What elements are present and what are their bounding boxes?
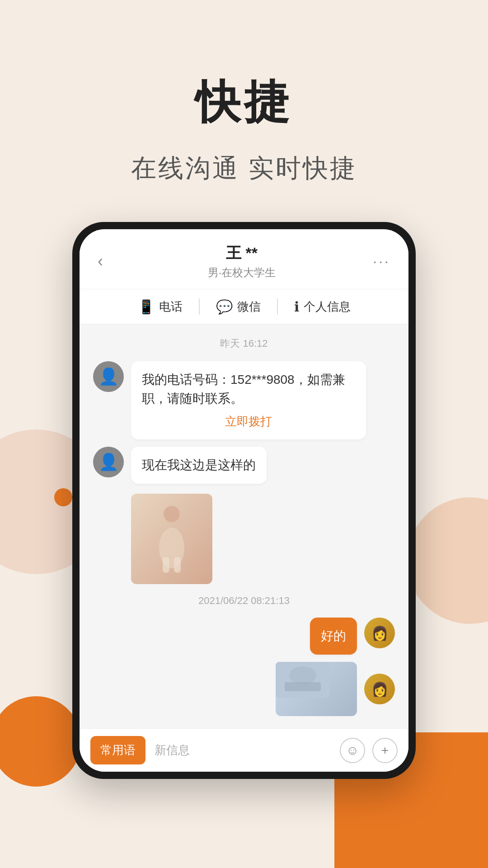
contact-name: 王 ** (120, 243, 363, 264)
main-title: 快捷 (131, 72, 357, 133)
my-avatar-icon-2: 👩 (371, 681, 388, 697)
svg-point-5 (289, 666, 316, 684)
back-icon[interactable]: ‹ (98, 252, 120, 271)
timestamp-1: 昨天 16:12 (93, 337, 395, 350)
avatar-icon-1: 👤 (99, 367, 119, 386)
message-text-1: 我的电话号码：152***9808，如需兼职，请随时联系。 (142, 373, 345, 406)
my-avatar-1: 👩 (364, 618, 395, 648)
more-icon[interactable]: ··· (363, 253, 390, 270)
phone-mockup: ‹ 王 ** 男·在校大学生 ··· 📱 电话 💬 (72, 222, 416, 779)
message-image-1 (131, 494, 212, 584)
avatar-icon-2: 👤 (99, 453, 119, 472)
message-image-2 (276, 662, 357, 716)
sender-avatar-1: 👤 (93, 361, 124, 392)
contact-desc: 男·在校大学生 (120, 265, 363, 280)
action-profile-label: 个人信息 (304, 299, 351, 315)
preview-svg (276, 662, 330, 698)
svg-rect-2 (163, 557, 169, 573)
person-svg (149, 503, 194, 575)
action-profile[interactable]: ℹ 个人信息 (278, 299, 367, 315)
action-wechat[interactable]: 💬 微信 (200, 299, 277, 315)
subtitle: 在线沟通 实时快捷 (131, 151, 357, 186)
info-icon: ℹ (294, 299, 299, 315)
input-icons: ☺ + (340, 738, 398, 763)
new-message-input[interactable]: 新信息 (155, 742, 331, 758)
message-row-1: 👤 我的电话号码：152***9808，如需兼职，请随时联系。 立即拨打 (93, 361, 395, 439)
message-row-2: 👤 现在我这边是这样的 (93, 447, 395, 584)
phone-icon: 📱 (138, 299, 155, 315)
timestamp-2: 2021/06/22 08:21:13 (93, 595, 395, 607)
messages-area: 昨天 16:12 👤 我的电话号码：152***9808，如需兼职，请随时联系。… (80, 324, 408, 728)
message-bubble-3: 好的 (310, 618, 357, 655)
message-bubble-2: 现在我这边是这样的 (131, 447, 267, 484)
hero-section: 快捷 在线沟通 实时快捷 (131, 72, 357, 186)
message-text-2: 现在我这边是这样的 (142, 458, 256, 472)
action-wechat-label: 微信 (237, 299, 261, 315)
add-button[interactable]: + (372, 738, 398, 763)
svg-rect-3 (174, 557, 181, 573)
emoji-button[interactable]: ☺ (340, 738, 365, 763)
message-row-4: 👩 (93, 662, 395, 716)
chat-input-bar: 常用语 新信息 ☺ + (80, 728, 408, 772)
message-bubble-1: 我的电话号码：152***9808，如需兼职，请随时联系。 立即拨打 (131, 361, 366, 439)
svg-rect-6 (285, 682, 321, 691)
action-bar: 📱 电话 💬 微信 ℹ 个人信息 (80, 289, 408, 324)
call-link[interactable]: 立即拨打 (142, 413, 355, 430)
message-row-3: 👩 好的 (93, 618, 395, 655)
my-avatar-icon-1: 👩 (371, 625, 388, 641)
quick-phrases-button[interactable]: 常用语 (90, 736, 145, 764)
header-center: 王 ** 男·在校大学生 (120, 243, 363, 280)
sender-avatar-2: 👤 (93, 447, 124, 477)
phone-screen: ‹ 王 ** 男·在校大学生 ··· 📱 电话 💬 (80, 229, 408, 772)
phone-frame: ‹ 王 ** 男·在校大学生 ··· 📱 电话 💬 (72, 222, 416, 779)
action-phone-label: 电话 (159, 299, 183, 315)
chat-header: ‹ 王 ** 男·在校大学生 ··· (80, 229, 408, 289)
wechat-icon: 💬 (216, 299, 233, 315)
svg-point-0 (164, 506, 180, 522)
my-avatar-2: 👩 (364, 674, 395, 704)
action-phone[interactable]: 📱 电话 (122, 299, 199, 315)
